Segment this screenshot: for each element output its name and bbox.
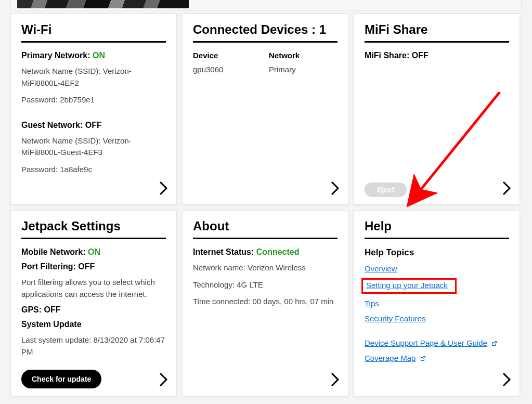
help-topics-title: Help Topics: [365, 247, 509, 258]
wifi-primary-password: Password: 2bb759e1: [21, 94, 166, 106]
devices-header-row: Device Network: [193, 51, 338, 60]
external-link-icon: [420, 354, 426, 363]
devices-col-network: Network: [269, 51, 300, 60]
jetpack-mobile-label: Mobile Network: ON: [21, 247, 166, 257]
wifi-card: Wi-Fi Primary Network: ON Network Name (…: [10, 14, 177, 205]
jetpack-card: Jetpack Settings Mobile Network: ON Port…: [10, 210, 177, 396]
about-net-name: Network name: Verizon Wireless: [193, 262, 338, 274]
help-link-security[interactable]: Security Features: [365, 314, 426, 323]
svg-line-0: [411, 92, 500, 201]
check-update-button[interactable]: Check for update: [21, 370, 101, 388]
jetpack-portfilter-desc: Port filtering allows you to select whic…: [21, 277, 166, 300]
divider: [21, 238, 166, 239]
wifi-guest-password: Password: 1a8afe9c: [21, 164, 166, 176]
devices-title: Connected Devices : 1: [193, 22, 338, 37]
about-title: About: [193, 219, 338, 233]
hero-image: [17, 0, 189, 8]
devices-row-network: Primary: [269, 65, 296, 74]
wifi-primary-status: ON: [93, 51, 105, 60]
jetpack-title: Jetpack Settings: [21, 219, 166, 233]
divider: [365, 238, 509, 239]
annotation-arrow: [396, 92, 510, 227]
about-card: About Internet Status: Connected Network…: [182, 210, 348, 396]
devices-row: gpu3060 Primary: [193, 65, 338, 74]
mifishare-card: MiFi Share MiFi Share: OFF Eject: [354, 14, 520, 205]
devices-card: Connected Devices : 1 Device Network gpu…: [182, 14, 348, 205]
mifishare-chevron[interactable]: [502, 180, 511, 198]
eject-button[interactable]: Eject: [365, 183, 407, 197]
divider: [193, 238, 338, 239]
jetpack-portfilter-label: Port Filtering: OFF: [21, 262, 166, 271]
hero-banner: [10, 0, 522, 10]
divider: [365, 41, 509, 43]
jetpack-gps-label: GPS: OFF: [21, 305, 166, 315]
help-link-overview[interactable]: Overview: [365, 264, 397, 273]
help-link-coverage[interactable]: Coverage Map: [365, 354, 416, 362]
about-internet-label: Internet Status: Connected: [193, 247, 338, 257]
wifi-chevron[interactable]: [159, 180, 168, 198]
dashboard-grid: Wi-Fi Primary Network: ON Network Name (…: [0, 14, 532, 404]
wifi-primary-label: Primary Network: ON: [21, 51, 166, 60]
help-title: Help: [365, 219, 509, 233]
devices-chevron[interactable]: [330, 180, 340, 198]
devices-row-device: gpu3060: [193, 65, 269, 74]
jetpack-mobile-status: ON: [88, 247, 100, 256]
wifi-guest-ssid: Network Name (SSID): Verizon-MiFi8800L-G…: [21, 135, 166, 159]
help-card: Help Help Topics Overview Setting up you…: [354, 210, 520, 396]
jetpack-update-label: System Update: [21, 320, 166, 329]
devices-col-device: Device: [193, 51, 269, 60]
chevron-right-icon: [159, 372, 168, 387]
jetpack-chevron[interactable]: [159, 372, 168, 389]
wifi-primary-ssid: Network Name (SSID): Verizon-MiFi8800L-4…: [21, 66, 166, 89]
about-technology: Technology: 4G LTE: [193, 279, 338, 291]
about-internet-status: Connected: [256, 247, 300, 256]
help-link-setup[interactable]: Setting up your Jetpack: [366, 281, 448, 290]
divider: [193, 41, 338, 43]
mifishare-status: MiFi Share: OFF: [365, 51, 509, 60]
annotation-highlight-box: Setting up your Jetpack: [361, 278, 457, 294]
chevron-right-icon: [502, 372, 511, 387]
chevron-right-icon: [330, 180, 340, 196]
help-link-tips[interactable]: Tips: [365, 299, 379, 308]
about-time-connected: Time connected: 00 days, 00 hrs, 07 min: [193, 296, 338, 308]
chevron-right-icon: [330, 372, 340, 387]
help-link-support[interactable]: Device Support Page & User Guide: [365, 338, 487, 347]
divider: [21, 41, 166, 43]
chevron-right-icon: [159, 180, 168, 196]
wifi-title: Wi-Fi: [21, 22, 166, 37]
mifishare-title: MiFi Share: [365, 22, 509, 37]
chevron-right-icon: [502, 180, 511, 196]
wifi-guest-label: Guest Network: OFF: [21, 121, 166, 130]
jetpack-update-line: Last system update: 8/13/2020 at 7:06:47…: [21, 334, 166, 358]
external-link-icon: [491, 339, 497, 348]
help-chevron[interactable]: [502, 372, 511, 389]
about-chevron[interactable]: [330, 372, 340, 389]
